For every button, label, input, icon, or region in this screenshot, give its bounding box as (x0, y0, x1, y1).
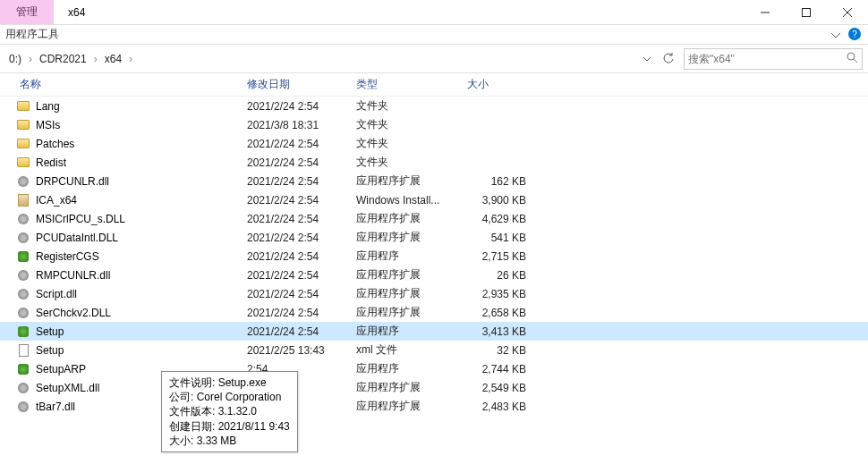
file-name: Script.dll (36, 288, 77, 300)
tooltip-line: 创建日期: 2021/8/11 9:43 (169, 419, 290, 434)
ribbon-tab-apps-tools[interactable]: 用程序工具 (5, 27, 59, 42)
ribbon-collapse-chevron-icon[interactable] (830, 29, 841, 41)
file-type: 应用程序扩展 (356, 211, 421, 226)
file-row[interactable]: SetupARP2:54应用程序2,744 KB (0, 359, 868, 378)
file-row[interactable]: SetupXML.dll2:54应用程序扩展2,549 KB (0, 378, 868, 397)
file-row[interactable]: Setup2021/2/25 13:43xml 文件32 KB (0, 341, 868, 359)
file-name: RMPCUNLR.dll (36, 269, 110, 282)
chevron-right-icon[interactable]: › (94, 53, 98, 65)
file-row[interactable]: Lang2021/2/24 2:54文件夹 (0, 97, 868, 115)
file-row[interactable]: RegisterCGS2021/2/24 2:54应用程序2,715 KB (0, 247, 868, 266)
green-icon (16, 325, 30, 339)
file-size: 541 KB (467, 232, 526, 244)
file-type: 应用程序扩展 (356, 173, 421, 189)
breadcrumb-drive[interactable]: 0:) (5, 51, 25, 67)
file-type: 应用程序 (356, 324, 399, 339)
file-date: 2021/2/24 2:54 (247, 213, 319, 225)
file-date: 2021/2/24 2:54 (247, 232, 319, 244)
svg-point-4 (847, 53, 855, 60)
file-date: 2021/2/24 2:54 (247, 156, 319, 169)
file-date: 2021/2/24 2:54 (247, 175, 319, 188)
folder-icon (16, 99, 30, 114)
file-name: Patches (36, 138, 74, 150)
file-date: 2021/3/8 18:31 (247, 119, 319, 131)
ribbon-context-tab-manage[interactable]: 管理 (0, 0, 54, 24)
file-row[interactable]: Redist2021/2/24 2:54文件夹 (0, 153, 868, 172)
file-type: 文件夹 (356, 136, 388, 151)
chevron-right-icon[interactable]: › (129, 53, 132, 65)
file-name: SerChckv2.DLL (36, 307, 111, 319)
file-row[interactable]: Patches2021/2/24 2:54文件夹 (0, 134, 868, 153)
maximize-button[interactable] (786, 0, 827, 24)
column-header-size[interactable]: 大小 (467, 77, 489, 92)
file-row[interactable]: SerChckv2.DLL2021/2/24 2:54应用程序扩展2,658 K… (0, 303, 868, 322)
tooltip-line: 公司: Corel Corporation (169, 390, 290, 404)
gear-icon (16, 174, 30, 189)
refresh-icon[interactable] (659, 49, 678, 69)
file-name: ICA_x64 (36, 194, 77, 207)
file-size: 2,483 KB (467, 401, 526, 413)
gear-icon (16, 400, 30, 414)
gear-icon (16, 212, 30, 226)
minimize-button[interactable] (745, 0, 786, 24)
file-name: Lang (36, 100, 60, 113)
breadcrumb-folder-2[interactable]: x64 (101, 51, 125, 67)
file-name: MSIs (36, 119, 60, 131)
file-type: xml 文件 (356, 342, 397, 358)
search-icon[interactable] (847, 52, 858, 66)
file-row[interactable]: PCUDataIntl.DLL2021/2/24 2:54应用程序扩展541 K… (0, 228, 868, 247)
file-size: 162 KB (467, 175, 526, 188)
file-type: 文件夹 (356, 155, 388, 170)
file-row[interactable]: ICA_x642021/2/24 2:54Windows Install...3… (0, 190, 868, 209)
file-name: Setup (36, 325, 64, 338)
file-row[interactable]: MSICrlPCU_s.DLL2021/2/24 2:54应用程序扩展4,629… (0, 209, 868, 228)
breadcrumb-folder-1[interactable]: CDR2021 (36, 51, 90, 67)
file-type: 应用程序扩展 (356, 286, 421, 301)
svg-rect-1 (803, 8, 811, 16)
chevron-right-icon[interactable]: › (29, 53, 32, 65)
file-row[interactable]: RMPCUNLR.dll2021/2/24 2:54应用程序扩展26 KB (0, 266, 868, 284)
column-header-row: 名称 修改日期 类型 大小 (0, 73, 868, 97)
file-row[interactable]: MSIs2021/3/8 18:31文件夹 (0, 115, 868, 134)
file-type: 应用程序 (356, 249, 399, 264)
tooltip-line: 文件说明: Setup.exe (169, 375, 290, 390)
help-icon[interactable]: ? (848, 28, 861, 40)
tooltip-line: 大小: 3.33 MB (169, 434, 290, 448)
search-input[interactable] (688, 53, 847, 65)
column-header-name[interactable]: 名称 (20, 77, 41, 92)
file-size: 4,629 KB (467, 213, 526, 225)
file-date: 2021/2/24 2:54 (247, 100, 319, 113)
search-box[interactable] (684, 48, 863, 70)
file-row[interactable]: Setup2021/2/24 2:54应用程序3,413 KB (0, 322, 868, 341)
file-row[interactable]: Script.dll2021/2/24 2:54应用程序扩展2,935 KB (0, 284, 868, 303)
file-type: 应用程序扩展 (356, 380, 421, 395)
file-name: RegisterCGS (36, 250, 99, 263)
close-button[interactable] (827, 0, 868, 24)
file-name: Setup (36, 344, 64, 357)
gear-icon (16, 306, 30, 320)
xml-icon (16, 343, 30, 358)
gear-icon (16, 381, 30, 395)
column-header-date[interactable]: 修改日期 (247, 77, 290, 92)
folder-icon (16, 156, 30, 170)
folder-icon (16, 137, 30, 151)
file-date: 2021/2/24 2:54 (247, 269, 319, 282)
file-name: PCUDataIntl.DLL (36, 232, 118, 244)
file-name: DRPCUNLR.dll (36, 175, 109, 188)
file-date: 2021/2/25 13:43 (247, 344, 325, 357)
file-row[interactable]: DRPCUNLR.dll2021/2/24 2:54应用程序扩展162 KB (0, 172, 868, 190)
green-icon (16, 362, 30, 376)
file-type: 文件夹 (356, 117, 388, 132)
file-type: 应用程序 (356, 361, 399, 376)
file-name: Redist (36, 156, 66, 169)
file-list: Lang2021/2/24 2:54文件夹MSIs2021/3/8 18:31文… (0, 97, 868, 416)
file-size: 2,658 KB (467, 307, 526, 319)
file-row[interactable]: tBar7.dll2:54应用程序扩展2,483 KB (0, 397, 868, 416)
breadcrumb[interactable]: 0:) › CDR2021 › x64 › (0, 51, 637, 67)
file-type: Windows Install... (356, 194, 439, 207)
column-header-type[interactable]: 类型 (356, 77, 378, 92)
file-name: tBar7.dll (36, 401, 75, 413)
address-history-dropdown-icon[interactable] (637, 49, 657, 69)
file-name: MSICrlPCU_s.DLL (36, 213, 125, 225)
file-type: 文件夹 (356, 98, 388, 114)
